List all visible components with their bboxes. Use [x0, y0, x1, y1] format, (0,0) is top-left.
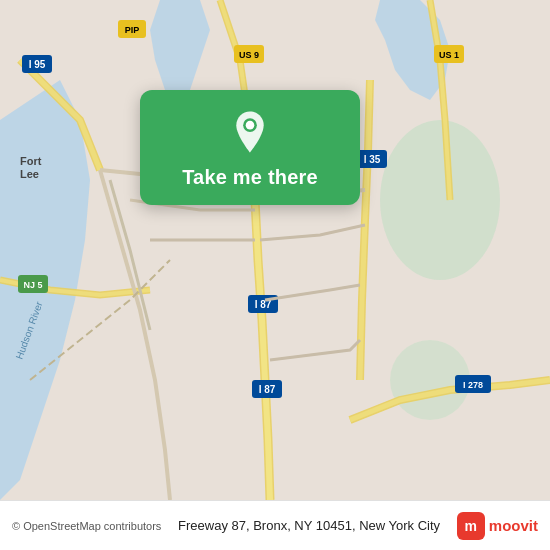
map-svg: I 87 I 87 I 95 I 35 I 278 US 9 US 1 NJ 5…	[0, 0, 550, 500]
action-card: Take me there	[140, 90, 360, 205]
svg-text:I 278: I 278	[463, 380, 483, 390]
map-container: I 87 I 87 I 95 I 35 I 278 US 9 US 1 NJ 5…	[0, 0, 550, 500]
bottom-bar: © OpenStreetMap contributors Freeway 87,…	[0, 500, 550, 550]
svg-text:I 35: I 35	[364, 154, 381, 165]
location-pin-icon	[226, 108, 274, 156]
take-me-there-button[interactable]: Take me there	[182, 166, 318, 189]
svg-text:Fort: Fort	[20, 155, 42, 167]
svg-text:Lee: Lee	[20, 168, 39, 180]
moovit-text: moovit	[489, 517, 538, 534]
svg-text:US 1: US 1	[439, 50, 459, 60]
svg-point-4	[380, 120, 500, 280]
moovit-logo: m moovit	[457, 512, 538, 540]
svg-text:NJ 5: NJ 5	[23, 280, 42, 290]
svg-text:I 87: I 87	[259, 384, 276, 395]
moovit-icon: m	[457, 512, 485, 540]
svg-point-28	[246, 121, 255, 130]
location-info: Freeway 87, Bronx, NY 10451, New York Ci…	[161, 518, 456, 533]
svg-text:PIP: PIP	[125, 25, 140, 35]
svg-text:I 95: I 95	[29, 59, 46, 70]
svg-text:US 9: US 9	[239, 50, 259, 60]
map-attribution: © OpenStreetMap contributors	[12, 520, 161, 532]
